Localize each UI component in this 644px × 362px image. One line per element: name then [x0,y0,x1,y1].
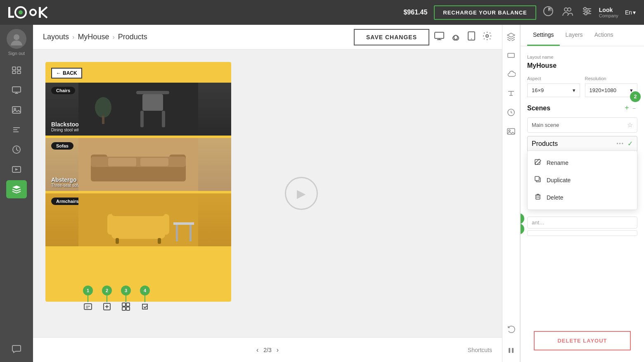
chart-icon[interactable] [543,6,554,19]
toolbar-actions [434,31,492,43]
text-tool[interactable] [502,85,520,102]
history-tool[interactable] [502,104,520,121]
remove-scene-button[interactable]: − [631,105,637,112]
tab-settings[interactable]: Settings [527,25,560,46]
products-scene-menu-icon[interactable]: ••• [616,141,624,147]
save-changes-button[interactable]: SAVE CHANGES [354,29,429,45]
step-4: 4 [135,286,154,313]
svg-point-16 [585,12,587,15]
svg-rect-35 [162,111,165,127]
sign-out-button[interactable]: Sign out [8,50,25,56]
users-icon[interactable] [562,6,573,19]
main-scene-label: Main scene [532,122,559,128]
recharge-button[interactable]: RECHARGE YOUR BALANCE [434,5,536,20]
product-list: Chairs Blackstool Dining stool with back… [45,83,231,248]
sidebar-images-icon[interactable] [6,101,27,119]
step-icon-2[interactable] [102,302,111,313]
page-nav: ‹ 2/3 › [256,346,279,354]
step-icon-1[interactable] [83,302,92,313]
svg-rect-42 [91,157,186,167]
product-item[interactable]: Chairs Blackstool Dining stool with back… [45,83,231,136]
svg-rect-51 [158,238,161,244]
scenes-header: Scenes + − [527,104,637,112]
aspect-resolution-row: Aspect 16×9 ▾ Resolution 1920×1080 ▾ [527,76,637,97]
svg-rect-50 [116,238,119,244]
svg-point-10 [568,8,571,11]
link-icon[interactable] [451,31,461,43]
left-sidebar: Sign out [0,25,33,362]
logo[interactable] [8,5,58,20]
tablet-icon[interactable] [467,31,476,43]
desktop-icon[interactable] [434,31,444,43]
breadcrumb-myhouse[interactable]: MyHouse [78,33,109,41]
rectangle-tool[interactable] [502,47,520,64]
back-button[interactable]: ← BACK [51,68,82,79]
scene-step-1[interactable]: 1 ant… [527,217,637,229]
duplicate-menu-item[interactable]: Duplicate [528,171,637,189]
products-scene-wrapper: Products ••• ✓ [527,136,637,210]
delete-layout-button[interactable]: DELETE LAYOUT [534,331,631,350]
sidebar-layers-icon[interactable] [6,180,27,198]
svg-rect-32 [136,91,169,94]
play-overlay[interactable]: ▶ [285,177,318,210]
scene-step-4[interactable]: 4 [527,230,637,236]
add-scene-button[interactable]: + [623,104,631,112]
step-icon-3[interactable] [121,302,130,313]
svg-rect-43 [108,158,136,166]
layout-name-label: Layout name [527,55,637,60]
aspect-select[interactable]: 16×9 ▾ [527,83,580,97]
svg-rect-70 [536,195,540,199]
step-1: 1 [78,286,97,313]
products-scene-label: Products [532,140,558,148]
svg-point-17 [14,34,19,40]
sidebar-layouts-icon[interactable] [6,61,27,79]
prev-page-button[interactable]: ‹ [256,346,258,354]
sidebar-display-icon[interactable] [6,81,27,99]
sidebar-text-icon[interactable] [6,121,27,139]
delete-menu-item[interactable]: Delete [528,189,637,206]
cloud-tool[interactable] [502,66,520,83]
resolution-field: Resolution 1920×1080 ▾ [585,76,638,97]
products-scene-item[interactable]: Products ••• ✓ [527,136,637,151]
product-item[interactable]: Armchairs [45,193,231,246]
main-scene-item[interactable]: Main scene ☆ [527,117,637,133]
step-badge-4: 4 [140,286,150,295]
delete-layout-container: DELETE LAYOUT [521,326,644,362]
settings-sliders-icon[interactable] [582,6,592,19]
tab-layers[interactable]: Layers [560,25,589,46]
image-tool[interactable] [502,123,520,140]
breadcrumb-layouts[interactable]: Layouts [43,33,69,41]
panel-content: Layout name MyHouse Aspect 16×9 ▾ Resolu… [521,46,644,326]
svg-point-30 [486,35,488,37]
layers-tool[interactable] [502,28,520,45]
aspect-label: Aspect [527,76,580,81]
step-icon-4[interactable] [140,302,149,313]
resolution-select[interactable]: 1920×1080 ▾ [585,83,638,97]
gear-settings-icon[interactable] [482,31,492,43]
svg-point-9 [564,8,568,11]
delete-icon [534,193,542,202]
sidebar-media-icon[interactable] [6,160,27,179]
avatar[interactable] [7,29,26,49]
shortcuts-link[interactable]: Shortcuts [468,347,492,353]
sidebar-chat-icon[interactable] [6,340,27,358]
next-page-button[interactable]: › [277,346,279,354]
undo-tool[interactable] [502,321,520,337]
tab-actions[interactable]: Actions [589,25,619,46]
svg-rect-37 [102,116,104,124]
svg-rect-61 [508,53,514,57]
sidebar-clock-icon[interactable] [6,141,27,159]
step-badge-2-panel: 2 [630,91,641,102]
svg-rect-60 [126,307,130,310]
canvas-area: Layouts › MyHouse › Products SAVE CHANGE… [33,25,502,362]
breadcrumb-products[interactable]: Products [118,33,147,41]
language-selector[interactable]: En ▾ [625,9,636,16]
nav-icons [543,6,592,19]
svg-line-6 [41,7,47,12]
resolution-label: Resolution [585,76,638,81]
pause-tool[interactable] [502,342,520,359]
product-item[interactable]: Sofas Abstergo Three-seat sofa, leather … [45,138,231,191]
svg-point-15 [587,10,590,12]
rename-menu-item[interactable]: Rename [528,154,637,171]
layout-name-field: Layout name MyHouse [527,55,637,69]
